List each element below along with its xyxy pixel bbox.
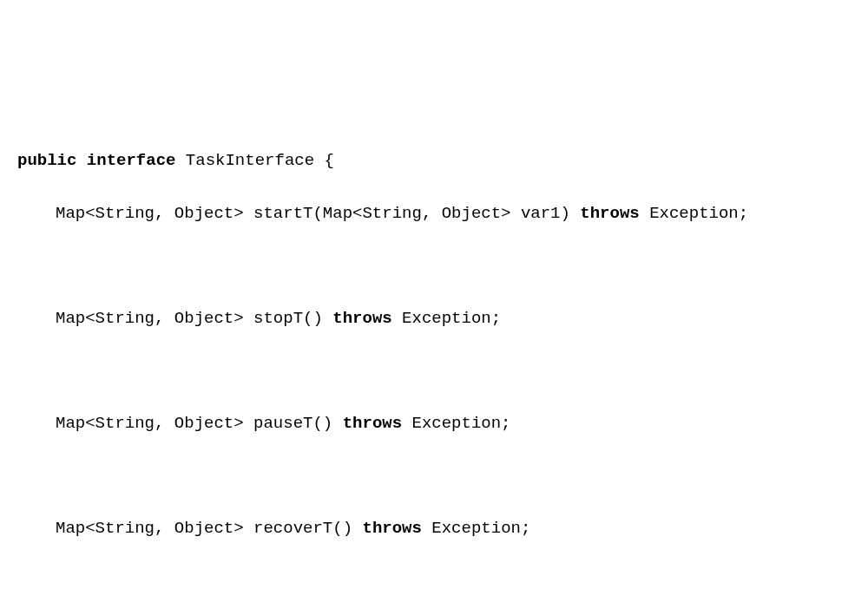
keyword-throws: throws bbox=[580, 204, 639, 223]
blank-line bbox=[17, 253, 851, 279]
code-block: public interface TaskInterface { Map<Str… bbox=[17, 121, 851, 602]
return-type: Map<String, Object> bbox=[56, 204, 244, 223]
method-signature: recoverT() bbox=[253, 519, 352, 538]
interface-name: TaskInterface bbox=[186, 151, 314, 170]
exception: Exception; bbox=[412, 414, 511, 433]
keyword-throws: throws bbox=[332, 309, 391, 328]
keyword-throws: throws bbox=[343, 414, 402, 433]
code-line-5: Map<String, Object> recoverT() throws Ex… bbox=[17, 515, 851, 541]
keyword-public: public bbox=[17, 151, 76, 170]
open-brace: { bbox=[325, 151, 334, 170]
exception: Exception; bbox=[431, 519, 530, 538]
keyword-throws: throws bbox=[362, 519, 421, 538]
method-signature: stopT() bbox=[253, 309, 323, 328]
exception: Exception; bbox=[649, 204, 748, 223]
method-signature: startT(Map<String, Object> var1) bbox=[253, 204, 570, 223]
return-type: Map<String, Object> bbox=[56, 309, 244, 328]
code-line-1: public interface TaskInterface { bbox=[17, 147, 851, 173]
return-type: Map<String, Object> bbox=[56, 519, 244, 538]
method-signature: pauseT() bbox=[253, 414, 332, 433]
code-line-4: Map<String, Object> pauseT() throws Exce… bbox=[17, 410, 851, 436]
blank-line bbox=[17, 358, 851, 384]
keyword-interface: interface bbox=[87, 151, 176, 170]
blank-line bbox=[17, 463, 851, 489]
code-line-2: Map<String, Object> startT(Map<String, O… bbox=[17, 200, 851, 226]
code-line-3: Map<String, Object> stopT() throws Excep… bbox=[17, 305, 851, 331]
return-type: Map<String, Object> bbox=[56, 414, 244, 433]
exception: Exception; bbox=[402, 309, 501, 328]
blank-line bbox=[17, 568, 851, 594]
